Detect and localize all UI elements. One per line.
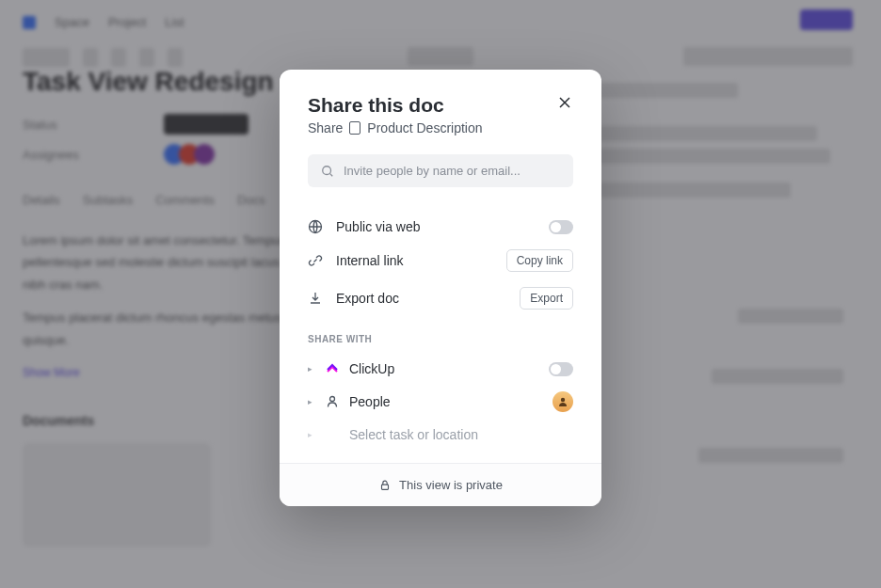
modal-footer: This view is private <box>280 463 601 506</box>
option-public-web: Public via web <box>308 212 573 242</box>
share-row-select-location[interactable]: ▸ Select task or location <box>308 420 573 450</box>
download-icon <box>308 291 323 306</box>
footer-text: This view is private <box>399 478 503 492</box>
svg-point-3 <box>561 398 565 402</box>
option-internal-link: Internal link Copy link <box>308 242 573 279</box>
doc-name: Product Description <box>367 120 482 135</box>
share-modal: Share this doc Share Product Description… <box>280 70 601 506</box>
people-label: People <box>349 394 391 409</box>
caret-icon: ▸ <box>308 430 315 439</box>
person-avatar[interactable] <box>553 391 573 412</box>
copy-link-button[interactable]: Copy link <box>506 249 573 272</box>
select-location-label: Select task or location <box>349 427 478 442</box>
public-web-toggle[interactable] <box>549 220 573 234</box>
modal-title: Share this doc <box>308 94 444 117</box>
modal-subtitle: Share Product Description <box>308 120 573 135</box>
internal-link-label: Internal link <box>336 253 404 268</box>
share-row-clickup[interactable]: ▸ ClickUp <box>308 354 573 384</box>
document-icon <box>349 121 360 135</box>
invite-input[interactable] <box>344 164 560 178</box>
clickup-toggle[interactable] <box>549 362 573 376</box>
public-web-label: Public via web <box>336 219 421 234</box>
link-icon <box>308 253 323 268</box>
share-row-people[interactable]: ▸ People <box>308 384 573 420</box>
globe-icon <box>308 219 323 234</box>
lock-icon <box>378 479 392 492</box>
search-icon <box>321 165 334 178</box>
caret-icon: ▸ <box>308 364 315 373</box>
person-icon <box>325 394 340 409</box>
export-button[interactable]: Export <box>520 287 573 310</box>
svg-point-0 <box>323 166 331 174</box>
option-export: Export doc Export <box>308 279 573 317</box>
share-with-heading: SHARE WITH <box>308 334 573 344</box>
invite-search[interactable] <box>308 154 573 187</box>
clickup-label: ClickUp <box>349 361 394 376</box>
svg-point-2 <box>330 397 335 402</box>
svg-rect-4 <box>382 485 389 489</box>
caret-icon: ▸ <box>308 397 315 406</box>
close-button[interactable] <box>556 94 573 114</box>
close-icon <box>558 96 571 109</box>
clickup-icon <box>325 361 340 376</box>
export-label: Export doc <box>336 291 399 306</box>
